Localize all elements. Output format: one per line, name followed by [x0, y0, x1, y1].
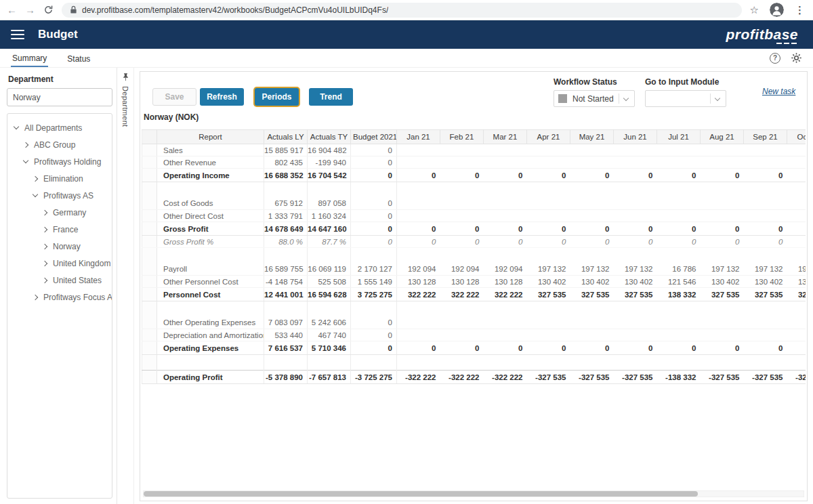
- grid-cell[interactable]: [614, 144, 657, 156]
- grid-cell[interactable]: 0: [701, 236, 744, 248]
- grid-cell[interactable]: 16 786: [657, 264, 701, 276]
- grid-cell[interactable]: [308, 355, 351, 371]
- grid-cell[interactable]: 0: [744, 222, 787, 236]
- horizontal-scrollbar[interactable]: [143, 490, 804, 497]
- row-handle[interactable]: [142, 236, 157, 248]
- grid-cell[interactable]: [787, 317, 806, 329]
- tree-item-profitways-focus-as[interactable]: Profitways Focus AS: [10, 289, 109, 306]
- grid-cell[interactable]: [397, 301, 440, 317]
- grid-cell[interactable]: [484, 198, 527, 210]
- row-handle[interactable]: [142, 156, 157, 169]
- grid-cell[interactable]: [308, 248, 351, 264]
- tab-status[interactable]: Status: [66, 50, 91, 66]
- column-header[interactable]: Sep 21: [744, 130, 787, 144]
- grid-cell[interactable]: 0: [787, 341, 806, 355]
- grid-cell[interactable]: 467 740: [308, 329, 351, 341]
- column-header[interactable]: Apr 21: [527, 130, 570, 144]
- grid-cell[interactable]: 533 440: [264, 329, 308, 341]
- grid-cell[interactable]: 0: [351, 169, 397, 182]
- row-handle[interactable]: [142, 355, 157, 371]
- grid-cell[interactable]: 14 678 649: [264, 222, 308, 236]
- grid-cell[interactable]: 197 132: [614, 264, 657, 276]
- grid-cell[interactable]: [614, 248, 657, 264]
- grid-cell[interactable]: 5 242 606: [308, 317, 351, 329]
- save-button[interactable]: Save: [152, 88, 196, 106]
- grid-cell[interactable]: [397, 182, 440, 198]
- grid-cell[interactable]: 130 402: [570, 276, 614, 288]
- grid-cell[interactable]: [701, 355, 744, 371]
- column-header[interactable]: Jun 21: [614, 130, 657, 144]
- chevron-right-icon[interactable]: [42, 226, 47, 232]
- grid-cell[interactable]: -322 222: [484, 371, 527, 384]
- grid-cell[interactable]: [527, 156, 570, 169]
- grid-cell[interactable]: [351, 301, 397, 317]
- column-header[interactable]: Aug 21: [701, 130, 744, 144]
- column-header[interactable]: Oct 21: [787, 130, 806, 144]
- grid-cell[interactable]: 0: [351, 222, 397, 236]
- grid-cell[interactable]: [701, 144, 744, 156]
- grid-cell[interactable]: 3 725 275: [351, 288, 397, 301]
- grid-cell[interactable]: 0: [397, 236, 440, 248]
- grid-cell[interactable]: 1 160 324: [308, 210, 351, 222]
- input-module-select[interactable]: [645, 90, 726, 107]
- grid-cell[interactable]: [440, 198, 484, 210]
- grid-cell[interactable]: 130 402: [614, 276, 657, 288]
- grid-cell[interactable]: 322 222: [440, 288, 484, 301]
- grid-cell[interactable]: 0: [744, 236, 787, 248]
- tree-item-abc-group[interactable]: ABC Group: [10, 136, 109, 153]
- grid-cell[interactable]: [440, 329, 484, 341]
- grid-cell[interactable]: 0: [351, 144, 397, 156]
- grid-cell[interactable]: [570, 355, 614, 371]
- department-filter-input[interactable]: [7, 88, 112, 106]
- grid-cell[interactable]: -7 657 813: [308, 371, 351, 384]
- grid-cell[interactable]: [484, 156, 527, 169]
- grid-cell[interactable]: 130 402: [744, 276, 787, 288]
- grid-cell[interactable]: -322 222: [440, 371, 484, 384]
- grid-cell[interactable]: -327 535: [614, 371, 657, 384]
- profile-avatar[interactable]: [770, 3, 784, 17]
- grid-cell[interactable]: 327 535: [701, 288, 744, 301]
- grid-cell[interactable]: 130 128: [397, 276, 440, 288]
- row-handle[interactable]: [142, 264, 157, 276]
- grid-cell[interactable]: [440, 355, 484, 371]
- grid-cell[interactable]: [570, 248, 614, 264]
- grid-cell[interactable]: 0: [701, 222, 744, 236]
- grid-cell[interactable]: [440, 248, 484, 264]
- grid-cell[interactable]: 675 912: [264, 198, 308, 210]
- grid-cell[interactable]: [527, 144, 570, 156]
- grid-cell[interactable]: 327 535: [527, 288, 570, 301]
- chevron-right-icon[interactable]: [23, 142, 28, 147]
- tree-item-elimination[interactable]: Elimination: [10, 170, 109, 187]
- grid-cell[interactable]: -199 940: [308, 156, 351, 169]
- grid-cell[interactable]: [570, 198, 614, 210]
- workflow-status-select[interactable]: Not Started: [554, 90, 635, 107]
- grid-cell[interactable]: 0: [744, 341, 787, 355]
- grid-cell[interactable]: [744, 156, 787, 169]
- grid-cell[interactable]: [484, 248, 527, 264]
- grid-cell[interactable]: 0: [527, 236, 570, 248]
- hamburger-menu-icon[interactable]: [11, 30, 24, 39]
- grid-cell[interactable]: -327 535: [787, 371, 806, 384]
- grid-cell[interactable]: 197 132: [744, 264, 787, 276]
- grid-cell[interactable]: [570, 317, 614, 329]
- grid-cell[interactable]: [744, 301, 787, 317]
- grid-cell[interactable]: 130 128: [440, 276, 484, 288]
- grid-cell[interactable]: 0: [351, 198, 397, 210]
- grid-cell[interactable]: [484, 317, 527, 329]
- row-handle[interactable]: [142, 198, 157, 210]
- grid-cell[interactable]: 16 069 119: [308, 264, 351, 276]
- grid-cell[interactable]: 0: [397, 222, 440, 236]
- grid-cell[interactable]: [264, 355, 308, 371]
- grid-cell[interactable]: [484, 329, 527, 341]
- grid-cell[interactable]: 192 094: [397, 264, 440, 276]
- grid-cell[interactable]: 0: [570, 341, 614, 355]
- grid-cell[interactable]: 0: [440, 341, 484, 355]
- grid-cell[interactable]: [787, 198, 806, 210]
- grid-cell[interactable]: [701, 248, 744, 264]
- grid-cell[interactable]: [701, 198, 744, 210]
- grid-cell[interactable]: [614, 198, 657, 210]
- grid-cell[interactable]: [701, 182, 744, 198]
- grid-cell[interactable]: [397, 144, 440, 156]
- grid-cell[interactable]: 0: [397, 341, 440, 355]
- grid-cell[interactable]: 130 402: [787, 276, 806, 288]
